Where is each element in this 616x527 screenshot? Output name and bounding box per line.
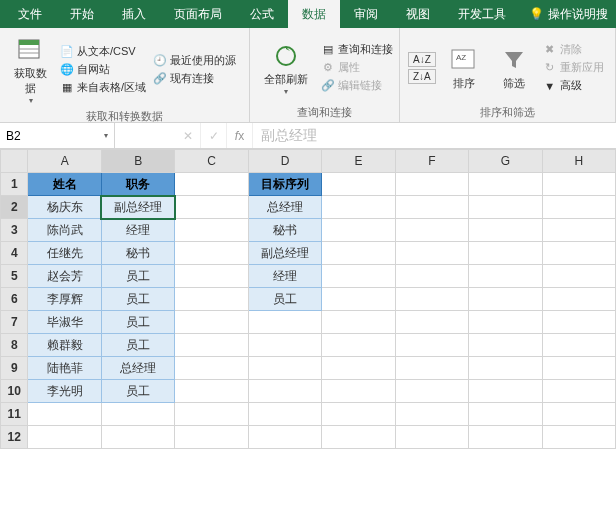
cell-C10[interactable] [175, 380, 248, 403]
select-all[interactable] [1, 150, 28, 173]
row-header-11[interactable]: 11 [1, 403, 28, 426]
tab-view[interactable]: 视图 [392, 0, 444, 29]
row-header-9[interactable]: 9 [1, 357, 28, 380]
cell-G3[interactable] [469, 219, 542, 242]
col-header-C[interactable]: C [175, 150, 248, 173]
tab-data[interactable]: 数据 [288, 0, 340, 29]
from-csv-button[interactable]: 📄从文本/CSV [59, 44, 146, 60]
row-header-3[interactable]: 3 [1, 219, 28, 242]
cell-D3[interactable]: 秘书 [248, 219, 322, 242]
cell-D9[interactable] [248, 357, 322, 380]
cell-D12[interactable] [248, 426, 322, 449]
cell-C3[interactable] [175, 219, 248, 242]
cell-F10[interactable] [395, 380, 468, 403]
row-header-12[interactable]: 12 [1, 426, 28, 449]
cell-G11[interactable] [469, 403, 542, 426]
cell-C2[interactable] [175, 196, 248, 219]
cell-E6[interactable] [322, 288, 395, 311]
cell-G7[interactable] [469, 311, 542, 334]
cell-D11[interactable] [248, 403, 322, 426]
sort-button[interactable]: AZ 排序 [442, 32, 486, 103]
cell-F9[interactable] [395, 357, 468, 380]
cell-H2[interactable] [542, 196, 615, 219]
cell-H10[interactable] [542, 380, 615, 403]
refresh-all-button[interactable]: 全部刷新 ▾ [258, 32, 314, 103]
col-header-G[interactable]: G [469, 150, 542, 173]
tab-formulas[interactable]: 公式 [236, 0, 288, 29]
cell-E12[interactable] [322, 426, 395, 449]
row-header-6[interactable]: 6 [1, 288, 28, 311]
cell-E11[interactable] [322, 403, 395, 426]
row-header-1[interactable]: 1 [1, 173, 28, 196]
cell-B7[interactable]: 员工 [101, 311, 175, 334]
sort-desc-button[interactable]: Z↓A [408, 69, 436, 84]
row-header-5[interactable]: 5 [1, 265, 28, 288]
tab-insert[interactable]: 插入 [108, 0, 160, 29]
cell-F7[interactable] [395, 311, 468, 334]
cell-C8[interactable] [175, 334, 248, 357]
edit-links-button[interactable]: 🔗编辑链接 [320, 78, 393, 94]
col-header-D[interactable]: D [248, 150, 322, 173]
cell-F12[interactable] [395, 426, 468, 449]
cell-A12[interactable] [28, 426, 102, 449]
tab-dev[interactable]: 开发工具 [444, 0, 520, 29]
cell-F1[interactable] [395, 173, 468, 196]
cell-E7[interactable] [322, 311, 395, 334]
cell-A7[interactable]: 毕淑华 [28, 311, 102, 334]
cell-H9[interactable] [542, 357, 615, 380]
cell-E4[interactable] [322, 242, 395, 265]
existing-conn-button[interactable]: 🔗现有连接 [152, 71, 236, 87]
cell-B12[interactable] [101, 426, 175, 449]
col-header-B[interactable]: B [101, 150, 175, 173]
cell-B1[interactable]: 职务 [101, 173, 175, 196]
cell-A11[interactable] [28, 403, 102, 426]
cell-B10[interactable]: 员工 [101, 380, 175, 403]
cell-A6[interactable]: 李厚辉 [28, 288, 102, 311]
cell-C7[interactable] [175, 311, 248, 334]
cell-E2[interactable] [322, 196, 395, 219]
cell-F5[interactable] [395, 265, 468, 288]
cell-F6[interactable] [395, 288, 468, 311]
advanced-button[interactable]: ▼高级 [542, 78, 604, 94]
cell-B9[interactable]: 总经理 [101, 357, 175, 380]
row-header-7[interactable]: 7 [1, 311, 28, 334]
filter-button[interactable]: 筛选 [492, 32, 536, 103]
from-table-button[interactable]: ▦来自表格/区域 [59, 80, 146, 96]
cell-C9[interactable] [175, 357, 248, 380]
cell-H11[interactable] [542, 403, 615, 426]
col-header-H[interactable]: H [542, 150, 615, 173]
cell-G8[interactable] [469, 334, 542, 357]
cell-D10[interactable] [248, 380, 322, 403]
cell-A5[interactable]: 赵会芳 [28, 265, 102, 288]
cell-F11[interactable] [395, 403, 468, 426]
row-header-8[interactable]: 8 [1, 334, 28, 357]
cell-D8[interactable] [248, 334, 322, 357]
cell-B2[interactable]: 副总经理 [101, 196, 175, 219]
cell-A9[interactable]: 陆艳菲 [28, 357, 102, 380]
tell-me[interactable]: 💡 操作说明搜 [529, 6, 616, 23]
row-header-2[interactable]: 2 [1, 196, 28, 219]
cell-B3[interactable]: 经理 [101, 219, 175, 242]
cell-A3[interactable]: 陈尚武 [28, 219, 102, 242]
cell-E8[interactable] [322, 334, 395, 357]
reapply-button[interactable]: ↻重新应用 [542, 60, 604, 76]
cell-G4[interactable] [469, 242, 542, 265]
from-web-button[interactable]: 🌐自网站 [59, 62, 146, 78]
tab-file[interactable]: 文件 [4, 0, 56, 29]
cell-C4[interactable] [175, 242, 248, 265]
cell-A1[interactable]: 姓名 [28, 173, 102, 196]
enter-button[interactable]: ✓ [201, 123, 227, 148]
cell-D4[interactable]: 副总经理 [248, 242, 322, 265]
row-header-4[interactable]: 4 [1, 242, 28, 265]
cell-A8[interactable]: 赖群毅 [28, 334, 102, 357]
cell-B6[interactable]: 员工 [101, 288, 175, 311]
cell-B5[interactable]: 员工 [101, 265, 175, 288]
grid[interactable]: ABCDEFGH1姓名职务目标序列2杨庆东副总经理总经理3陈尚武经理秘书4任继先… [0, 149, 616, 527]
recent-sources-button[interactable]: 🕘最近使用的源 [152, 53, 236, 69]
cell-D7[interactable] [248, 311, 322, 334]
tab-layout[interactable]: 页面布局 [160, 0, 236, 29]
cell-A4[interactable]: 任继先 [28, 242, 102, 265]
cell-H6[interactable] [542, 288, 615, 311]
cell-E9[interactable] [322, 357, 395, 380]
cell-C6[interactable] [175, 288, 248, 311]
